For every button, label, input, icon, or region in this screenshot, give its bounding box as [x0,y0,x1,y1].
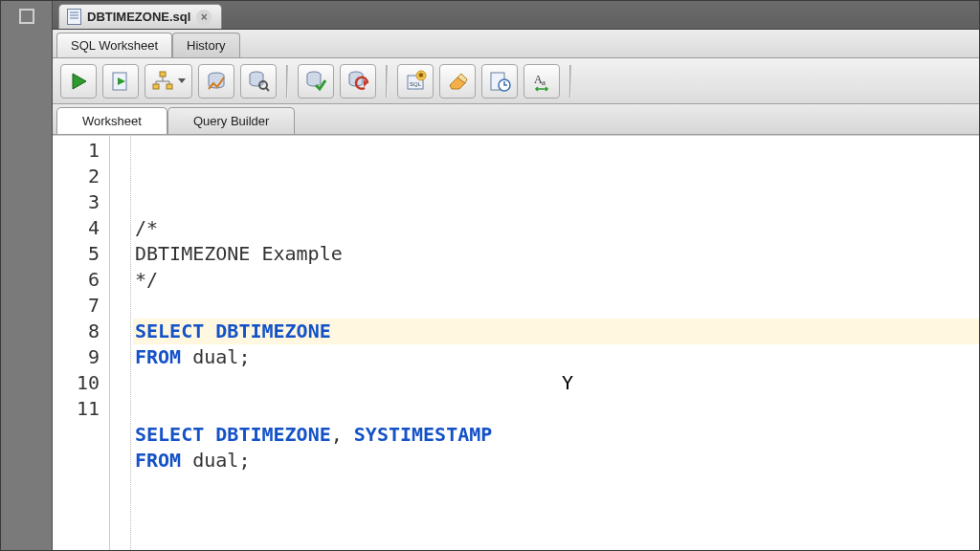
svg-rect-4 [153,84,159,89]
code-line[interactable] [133,293,979,319]
run-script-button[interactable] [102,64,139,99]
sql-tuning-button[interactable] [240,64,277,99]
sql-new-icon: SQL✱ [404,70,427,93]
close-icon[interactable]: × [196,10,212,25]
code-editor[interactable]: 1234567891011 Y /*DBTIMEZONE Example*/SE… [53,135,979,550]
svg-rect-3 [160,72,166,77]
sql-file-icon [67,9,81,25]
page-play-icon [109,70,132,93]
play-icon [67,70,90,93]
tab-query-builder[interactable]: Query Builder [167,107,295,134]
run-statement-button[interactable] [60,64,97,99]
main-panel: DBTIMEZONE.sql × SQL Worksheet History [53,1,979,550]
svg-rect-5 [167,84,172,89]
sub-tab-bar: SQL Worksheet History [53,30,979,58]
svg-line-9 [266,88,269,91]
file-tab[interactable]: DBTIMEZONE.sql × [58,4,222,29]
file-tab-bar: DBTIMEZONE.sql × [53,1,979,30]
svg-text:a: a [542,77,546,87]
file-tab-label: DBTIMEZONE.sql [87,10,190,24]
clock-page-icon [488,70,511,93]
svg-marker-0 [73,74,86,89]
sql-history-button[interactable] [481,64,518,99]
format-button[interactable]: Aa [523,64,560,99]
code-line[interactable] [133,370,979,396]
unshared-worksheet-button[interactable]: SQL✱ [397,64,434,99]
tab-label: Query Builder [193,114,269,128]
text-cursor: Y [562,370,573,396]
clear-button[interactable] [439,64,476,99]
commit-button[interactable] [298,64,334,99]
code-line[interactable]: DBTIMEZONE Example [133,241,979,267]
autotrace-button[interactable] [198,64,234,99]
code-line[interactable]: */ [133,267,979,293]
code-line[interactable]: SELECT DBTIMEZONE [133,319,979,344]
tab-sql-worksheet[interactable]: SQL Worksheet [56,33,172,57]
svg-text:✱: ✱ [418,72,424,78]
tab-worksheet[interactable]: Worksheet [56,107,167,134]
app-window: DBTIMEZONE.sql × SQL Worksheet History [0,0,980,551]
tab-history[interactable]: History [172,33,239,57]
db-check-icon [304,70,327,93]
code-line[interactable]: SELECT DBTIMEZONE, SYSTIMESTAMP [133,422,979,448]
code-line[interactable] [133,474,979,499]
tab-label: History [187,38,225,53]
code-line[interactable]: FROM dual; [133,448,979,474]
line-number-gutter: 1234567891011 [53,136,110,550]
aa-icon: Aa [530,70,553,93]
code-area[interactable]: Y /*DBTIMEZONE Example*/SELECT DBTIMEZON… [131,136,979,550]
tab-label: SQL Worksheet [71,38,158,53]
window-left-gutter [1,1,53,550]
eraser-icon [446,70,469,93]
db-trace-icon [205,70,228,93]
rollback-button[interactable] [340,64,376,99]
explain-plan-button[interactable] [145,64,192,99]
db-undo-icon [346,70,369,93]
toolbar-separator [569,65,571,98]
tab-label: Worksheet [82,114,142,128]
toolbar-separator [286,65,288,98]
minimize-panel-icon[interactable] [19,9,34,24]
svg-text:SQL: SQL [410,81,422,87]
db-search-icon [247,70,270,93]
code-line[interactable]: /* [133,215,979,241]
fold-column [110,136,131,550]
chevron-down-icon [178,78,186,83]
toolbar-separator [386,65,388,98]
editor-tab-bar: Worksheet Query Builder [53,104,979,135]
code-line[interactable]: FROM dual; [133,344,979,370]
code-line[interactable] [133,396,979,422]
toolbar: SQL✱ Aa [53,58,979,104]
tree-icon [151,70,174,93]
